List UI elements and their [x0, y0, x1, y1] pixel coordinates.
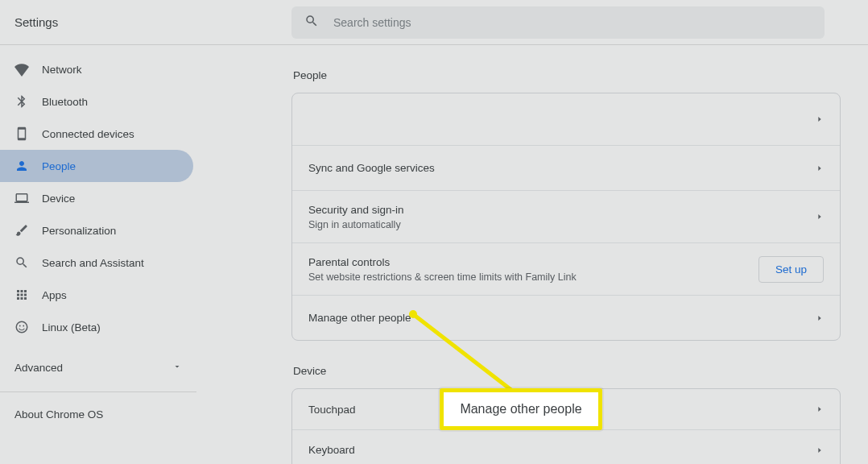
annotation-callout: Manage other people — [440, 388, 602, 430]
row-primary: Security and sign-in — [308, 204, 816, 216]
svg-point-0 — [16, 321, 27, 333]
sidebar-advanced[interactable]: Advanced — [0, 351, 196, 383]
sidebar-item-bluetooth[interactable]: Bluetooth — [0, 85, 193, 118]
sidebar-item-label: Network — [42, 64, 82, 76]
row-sync[interactable]: Sync and Google services — [292, 145, 840, 190]
sidebar-item-label: Connected devices — [42, 128, 134, 140]
about-label: About Chrome OS — [14, 408, 103, 420]
chevron-right-icon — [816, 209, 824, 224]
row-manage-people[interactable]: Manage other people — [292, 295, 840, 340]
search-input[interactable] — [333, 16, 812, 29]
section-title-people: People — [291, 69, 841, 81]
sidebar-item-label: Apps — [42, 289, 67, 301]
apps-icon — [14, 288, 42, 302]
chevron-right-icon — [816, 161, 824, 176]
row-primary: Keyboard — [308, 444, 816, 456]
row-account[interactable] — [292, 93, 840, 145]
sidebar-item-label: Linux (Beta) — [42, 321, 101, 334]
page-title: Settings — [14, 15, 291, 29]
row-primary: Sync and Google services — [308, 162, 816, 174]
advanced-label: Advanced — [14, 362, 63, 374]
brush-icon — [14, 223, 42, 238]
row-secondary: Sign in automatically — [308, 219, 816, 230]
laptop-icon — [14, 191, 42, 205]
sidebar-about[interactable]: About Chrome OS — [0, 400, 196, 429]
sidebar-item-label: Bluetooth — [42, 96, 88, 108]
search-icon — [304, 14, 333, 31]
sidebar-item-label: Personalization — [42, 225, 116, 237]
header: Settings — [0, 0, 868, 45]
section-title-device: Device — [291, 365, 841, 377]
device-icon — [14, 126, 42, 141]
sidebar-item-search[interactable]: Search and Assistant — [0, 246, 193, 279]
sidebar-item-people[interactable]: People — [0, 150, 193, 182]
row-keyboard[interactable]: Keyboard — [292, 429, 840, 464]
sidebar-item-device[interactable]: Device — [0, 182, 193, 214]
sidebar-item-label: Search and Assistant — [42, 257, 144, 269]
sidebar: Network Bluetooth Connected devices — [0, 45, 196, 464]
svg-point-2 — [23, 325, 24, 327]
chevron-down-icon — [172, 360, 182, 375]
bluetooth-icon — [14, 94, 42, 109]
people-card: Sync and Google services Security and si… — [291, 93, 841, 341]
chevron-right-icon — [816, 443, 824, 458]
person-icon — [14, 159, 42, 173]
linux-icon — [14, 320, 42, 334]
sidebar-item-linux[interactable]: Linux (Beta) — [0, 311, 193, 343]
sidebar-item-apps[interactable]: Apps — [0, 279, 193, 311]
sidebar-item-label: Device — [42, 193, 75, 205]
search-icon — [14, 255, 42, 270]
row-parental[interactable]: Parental controls Set website restrictio… — [292, 242, 840, 295]
sidebar-item-network[interactable]: Network — [0, 53, 193, 85]
chevron-right-icon — [816, 112, 824, 126]
chevron-right-icon — [816, 402, 824, 416]
row-security[interactable]: Security and sign-in Sign in automatical… — [292, 190, 840, 242]
sidebar-item-connected[interactable]: Connected devices — [0, 118, 193, 150]
sidebar-item-label: People — [42, 160, 76, 172]
wifi-icon — [14, 62, 42, 77]
svg-point-1 — [19, 325, 21, 327]
callout-text: Manage other people — [460, 402, 581, 416]
divider — [0, 392, 196, 392]
setup-button[interactable]: Set up — [758, 256, 824, 283]
chevron-right-icon — [816, 311, 824, 325]
sidebar-item-personalization[interactable]: Personalization — [0, 214, 193, 246]
row-primary: Manage other people — [308, 312, 816, 324]
row-secondary: Set website restrictions & screen time l… — [308, 271, 758, 283]
row-primary: Parental controls — [308, 256, 758, 268]
search-box[interactable] — [291, 6, 825, 39]
